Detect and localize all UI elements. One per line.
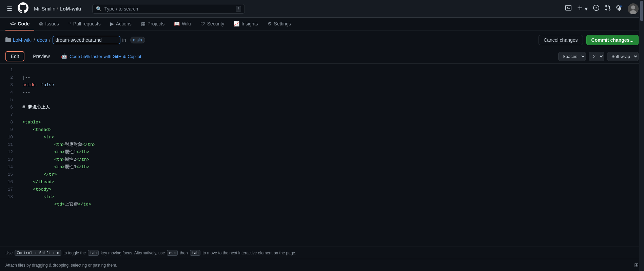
settings-icon: ⚙ [268, 21, 272, 26]
status-bar: Use Control + Shift + m to toggle the ta… [0, 247, 644, 259]
sep2: / [49, 37, 51, 43]
tab-projects[interactable]: ▦ Projects [136, 18, 170, 31]
tab-settings[interactable]: ⚙ Settings [263, 18, 296, 31]
projects-icon: ▦ [141, 21, 145, 26]
pr-button[interactable] [605, 5, 611, 13]
issues-icon: ◎ [39, 21, 43, 26]
branch-badge: main [130, 37, 145, 43]
security-icon: 🛡 [200, 21, 205, 26]
tab-insights[interactable]: 📈 Insights [229, 18, 262, 31]
editor-controls: Spaces Tabs 2 4 Soft wrap No wrap [558, 52, 639, 61]
commit-button[interactable]: Commit changes... [586, 35, 639, 45]
nav-icons: ▾ [565, 3, 639, 14]
esc-key: esc [167, 250, 178, 256]
status-suffix: to move to the next interactive element … [202, 251, 296, 255]
code-editor[interactable]: |-- aside: false --- # 夢境心上人 <table> <th… [17, 64, 644, 247]
hamburger-button[interactable]: ☰ [5, 4, 14, 14]
editor-main: LoM-wiki / docs / in main Cancel changes… [0, 31, 644, 271]
notifications-button[interactable] [616, 5, 622, 13]
breadcrumb-folder[interactable]: docs [37, 37, 47, 43]
preview-tab[interactable]: Preview [28, 52, 55, 61]
edit-tab[interactable]: Edit [5, 51, 24, 61]
editor-body: 12345 678910 1112131415 161718 |-- aside… [0, 64, 644, 247]
code-icon: <> [10, 21, 16, 26]
expand-icon[interactable]: ⊞ [634, 262, 639, 268]
wiki-icon: 📖 [174, 21, 180, 26]
in-label: in [122, 37, 126, 43]
status-prefix: Use [5, 251, 13, 255]
avatar[interactable] [628, 3, 639, 14]
tab-key-1: tab [88, 250, 99, 256]
search-icon: 🔍 [96, 6, 102, 12]
user-repo-breadcrumb: Mr-Smilin / LoM-wiki [34, 6, 81, 12]
control-shift-m-key: Control + Shift + m [15, 250, 61, 256]
wrap-select[interactable]: Soft wrap No wrap [607, 52, 639, 61]
actions-icon: ▶ [110, 21, 114, 26]
dropdown-arrow: ▾ [585, 5, 588, 12]
search-shortcut-badge: / [236, 6, 241, 12]
pr-icon: ⑂ [69, 21, 71, 26]
repo-icon [5, 37, 11, 43]
tab-actions[interactable]: ▶ Actions [105, 18, 136, 31]
search-placeholder: Type / to search [104, 6, 233, 12]
insights-icon: 📈 [234, 21, 239, 26]
search-bar: 🔍 Type / to search / [92, 4, 554, 14]
tab-pullrequests[interactable]: ⑂ Pull requests [64, 18, 105, 31]
indent-size-select[interactable]: 2 4 [589, 52, 604, 61]
filename-input[interactable] [53, 36, 120, 44]
line-numbers: 12345 678910 1112131415 161718 [0, 64, 17, 247]
indent-style-select[interactable]: Spaces Tabs [558, 52, 586, 61]
status-middle2: key moving focus. Alternatively, use [101, 251, 165, 255]
github-logo [18, 2, 28, 15]
editor-toolbar: Edit Preview 🤖 Code 55% faster with GitH… [0, 49, 644, 64]
tab-key-2: tab [190, 250, 201, 256]
copilot-icon: 🤖 [61, 53, 67, 59]
footer-text: Attach files by dragging & dropping, sel… [5, 263, 117, 268]
notification-indicator [620, 5, 622, 7]
main-layout: ☰ Mr-Smilin / LoM-wiki 🔍 Type / to searc… [0, 0, 644, 271]
terminal-button[interactable] [565, 5, 571, 13]
repo-nav: <> Code ◎ Issues ⑂ Pull requests ▶ Actio… [0, 18, 644, 31]
sep1: / [34, 37, 35, 43]
create-button[interactable]: ▾ [577, 5, 588, 13]
footer-bar: Attach files by dragging & dropping, sel… [0, 259, 644, 271]
tab-issues[interactable]: ◎ Issues [34, 18, 63, 31]
copilot-badge: 🤖 Code 55% faster with GitHub Copilot [61, 53, 141, 59]
tab-code[interactable]: <> Code [5, 18, 34, 31]
issues-button[interactable] [593, 5, 599, 13]
repo-link[interactable]: LoM-wiki [60, 6, 81, 12]
breadcrumb-bar: LoM-wiki / docs / in main Cancel changes… [0, 31, 644, 49]
action-buttons: Cancel changes Commit changes... [539, 35, 639, 45]
tab-wiki[interactable]: 📖 Wiki [169, 18, 195, 31]
separator: / [57, 6, 58, 12]
cancel-button[interactable]: Cancel changes [539, 35, 583, 45]
user-link[interactable]: Mr-Smilin [34, 6, 55, 12]
breadcrumb-repo[interactable]: LoM-wiki [13, 37, 32, 43]
tab-security[interactable]: 🛡 Security [196, 18, 229, 31]
scrollbar-track[interactable] [639, 64, 644, 247]
search-wrapper[interactable]: 🔍 Type / to search / [92, 4, 245, 14]
top-nav: ☰ Mr-Smilin / LoM-wiki 🔍 Type / to searc… [0, 0, 644, 18]
copilot-link[interactable]: Code 55% faster with GitHub Copilot [70, 54, 141, 59]
status-middle: to toggle the [63, 251, 86, 255]
status-then: then [180, 251, 188, 255]
